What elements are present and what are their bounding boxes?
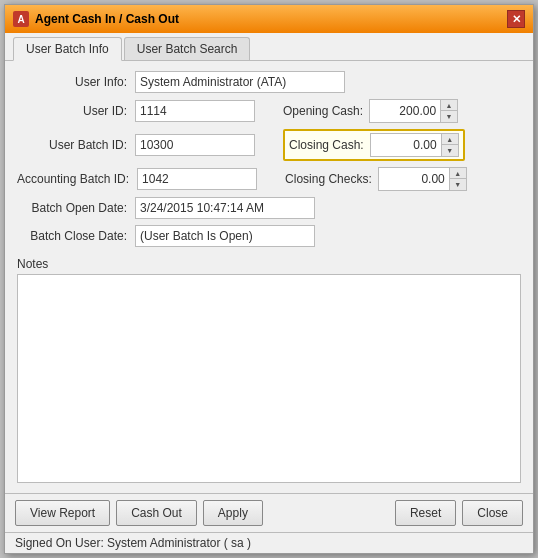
close-button[interactable]: Close [462, 500, 523, 526]
tab-user-batch-info[interactable]: User Batch Info [13, 37, 122, 61]
title-bar: A Agent Cash In / Cash Out ✕ [5, 5, 533, 33]
user-batch-id-label: User Batch ID: [17, 138, 127, 152]
title-bar-left: A Agent Cash In / Cash Out [13, 11, 179, 27]
opening-cash-label: Opening Cash: [283, 104, 363, 118]
user-info-row: User Info: [17, 71, 521, 93]
opening-cash-spinner: ▲ ▼ [369, 99, 458, 123]
closing-cash-up-button[interactable]: ▲ [442, 134, 458, 145]
tab-user-batch-search[interactable]: User Batch Search [124, 37, 251, 60]
closing-cash-down-button[interactable]: ▼ [442, 145, 458, 156]
content-area: User Info: User ID: Opening Cash: ▲ ▼ Us… [5, 61, 533, 493]
window-title: Agent Cash In / Cash Out [35, 12, 179, 26]
closing-cash-spin-buttons: ▲ ▼ [441, 134, 458, 156]
accounting-batch-id-label: Accounting Batch ID: [17, 172, 129, 186]
user-id-opening-cash-row: User ID: Opening Cash: ▲ ▼ [17, 99, 521, 123]
user-id-input[interactable] [135, 100, 255, 122]
main-window: A Agent Cash In / Cash Out ✕ User Batch … [4, 4, 534, 554]
notes-textarea[interactable] [17, 274, 521, 483]
user-id-label: User ID: [17, 104, 127, 118]
closing-cash-spinner: ▲ ▼ [370, 133, 459, 157]
opening-cash-spin-buttons: ▲ ▼ [440, 100, 457, 122]
accounting-batch-id-input[interactable] [137, 168, 257, 190]
view-report-button[interactable]: View Report [15, 500, 110, 526]
reset-button[interactable]: Reset [395, 500, 456, 526]
notes-section: Notes [17, 257, 521, 483]
batch-open-date-input[interactable] [135, 197, 315, 219]
closing-checks-label: Closing Checks: [285, 172, 372, 186]
cash-out-button[interactable]: Cash Out [116, 500, 197, 526]
closing-cash-input[interactable] [371, 134, 441, 156]
closing-checks-group: Closing Checks: ▲ ▼ [285, 167, 467, 191]
opening-cash-input[interactable] [370, 100, 440, 122]
batch-close-date-label: Batch Close Date: [17, 229, 127, 243]
closing-cash-label: Closing Cash: [289, 138, 364, 152]
closing-checks-up-button[interactable]: ▲ [450, 168, 466, 179]
closing-checks-spinner: ▲ ▼ [378, 167, 467, 191]
closing-checks-input[interactable] [379, 168, 449, 190]
batch-close-date-row: Batch Close Date: [17, 225, 521, 247]
close-icon[interactable]: ✕ [507, 10, 525, 28]
user-info-input[interactable] [135, 71, 345, 93]
user-batch-id-closing-cash-row: User Batch ID: Closing Cash: ▲ ▼ [17, 129, 521, 161]
apply-button[interactable]: Apply [203, 500, 263, 526]
closing-cash-group: Closing Cash: ▲ ▼ [283, 129, 465, 161]
app-icon: A [13, 11, 29, 27]
status-text: Signed On User: System Administrator ( s… [15, 536, 251, 550]
closing-checks-down-button[interactable]: ▼ [450, 179, 466, 190]
batch-open-date-row: Batch Open Date: [17, 197, 521, 219]
user-batch-id-input[interactable] [135, 134, 255, 156]
accounting-batch-closing-checks-row: Accounting Batch ID: Closing Checks: ▲ ▼ [17, 167, 521, 191]
closing-checks-spin-buttons: ▲ ▼ [449, 168, 466, 190]
opening-cash-up-button[interactable]: ▲ [441, 100, 457, 111]
user-info-label: User Info: [17, 75, 127, 89]
batch-open-date-label: Batch Open Date: [17, 201, 127, 215]
bottom-bar: View Report Cash Out Apply Reset Close [5, 493, 533, 532]
batch-close-date-input[interactable] [135, 225, 315, 247]
notes-label: Notes [17, 257, 521, 271]
opening-cash-down-button[interactable]: ▼ [441, 111, 457, 122]
opening-cash-group: Opening Cash: ▲ ▼ [283, 99, 458, 123]
status-bar: Signed On User: System Administrator ( s… [5, 532, 533, 553]
tabs-bar: User Batch Info User Batch Search [5, 33, 533, 61]
